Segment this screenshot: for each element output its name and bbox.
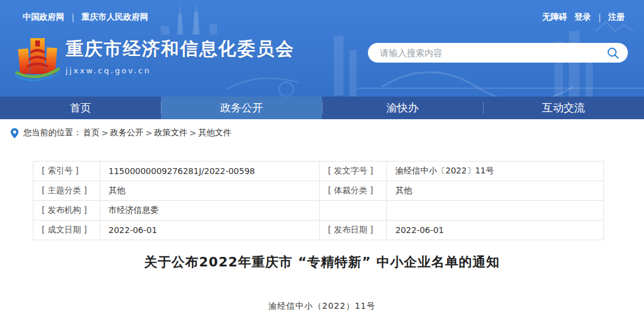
breadcrumb-item-home[interactable]: 首页 <box>83 128 100 138</box>
table-row: [ 成文日期 ] 2022-06-01 [ 发布日期 ] 2022-06-01 <box>33 221 604 240</box>
search-input[interactable] <box>380 48 606 58</box>
document-title: 关于公布2022年重庆市 “专精特新” 中小企业名单的通知 <box>0 253 644 271</box>
info-label-doc-number: [ 发文字号 ] <box>320 162 387 181</box>
info-label-empty <box>320 201 387 221</box>
nav-item-label: 政务公开 <box>220 101 263 115</box>
info-value-genre-category: 其他 <box>387 181 604 201</box>
info-value-issuing-agency: 市经济信息委 <box>100 201 320 221</box>
info-value-doc-number: 渝经信中小〔2022〕11号 <box>387 162 604 181</box>
nav-item-label: 互动交流 <box>542 101 585 115</box>
search-box <box>368 43 628 63</box>
breadcrumb-separator: > <box>145 128 153 138</box>
topbar-user-links: 无障碍 登录 | 注册 <box>542 12 625 23</box>
location-pin-icon <box>11 128 18 138</box>
table-row: [ 主题分类 ] 其他 [ 体裁分类 ] 其他 <box>33 181 604 201</box>
info-label-publish-date: [ 发布日期 ] <box>320 221 387 240</box>
nav-item-home[interactable]: 首页 <box>0 97 161 119</box>
login-link[interactable]: 登录 <box>574 12 591 23</box>
info-label-subject-category: [ 主题分类 ] <box>33 181 100 201</box>
nav-item-label: 首页 <box>70 101 91 115</box>
nav-item-yukuaiban[interactable]: 渝快办 <box>322 97 483 119</box>
breadcrumb-item-other-files[interactable]: 其他文件 <box>198 128 231 138</box>
site-url: jjxxw.cq.gov.cn <box>66 66 295 75</box>
table-row: [ 索引号 ] 11500000009276281J/2022-00598 [ … <box>33 162 604 181</box>
breadcrumb: 您当前的位置： 首页 > 政务公开 > 政策文件 > 其他文件 <box>0 119 644 144</box>
info-label-index-number: [ 索引号 ] <box>33 162 100 181</box>
main-nav: 首页 政务公开 渝快办 互动交流 <box>0 97 644 119</box>
document-info-table: [ 索引号 ] 11500000009276281J/2022-00598 [ … <box>33 161 604 240</box>
topbar-separator: | <box>72 13 75 22</box>
accessibility-link[interactable]: 无障碍 <box>542 12 567 23</box>
page: 中国政府网 | 重庆市人民政府网 无障碍 登录 | 注册 <box>0 0 644 329</box>
site-name[interactable]: 重庆市经济和信息化委员会 <box>66 37 295 61</box>
breadcrumb-item-gov-disclosure[interactable]: 政务公开 <box>110 128 144 138</box>
info-value-empty <box>387 201 604 221</box>
search-icon[interactable] <box>606 46 620 60</box>
breadcrumb-item-policy-files[interactable]: 政策文件 <box>154 128 187 138</box>
topbar-separator: | <box>598 13 601 22</box>
nav-item-gov-disclosure[interactable]: 政务公开 <box>161 97 322 119</box>
breadcrumb-separator: > <box>189 128 196 138</box>
breadcrumb-label: 您当前的位置： <box>23 128 82 138</box>
breadcrumb-separator: > <box>101 128 109 138</box>
info-value-subject-category: 其他 <box>100 181 320 201</box>
topbar-gov-links: 中国政府网 | 重庆市人民政府网 <box>23 12 148 23</box>
site-brand: 重庆市经济和信息化委员会 jjxxw.cq.gov.cn <box>14 33 295 85</box>
info-value-written-date: 2022-06-01 <box>100 221 320 240</box>
info-label-written-date: [ 成文日期 ] <box>33 221 100 240</box>
site-header: 中国政府网 | 重庆市人民政府网 无障碍 登录 | 注册 <box>0 0 644 97</box>
link-chongqing-gov[interactable]: 重庆市人民政府网 <box>82 12 148 23</box>
nav-item-label: 渝快办 <box>386 101 419 115</box>
table-row: [ 发布机构 ] 市经济信息委 <box>33 201 604 221</box>
nav-item-interaction[interactable]: 互动交流 <box>483 97 644 119</box>
link-china-gov[interactable]: 中国政府网 <box>23 12 64 23</box>
register-link[interactable]: 注册 <box>608 12 625 23</box>
site-text-block: 重庆市经济和信息化委员会 jjxxw.cq.gov.cn <box>66 33 295 75</box>
agency-logo-icon[interactable] <box>14 33 61 85</box>
document-number: 渝经信中小（2022）11号 <box>0 301 644 312</box>
info-value-publish-date: 2022-06-01 <box>387 221 604 240</box>
info-label-genre-category: [ 体裁分类 ] <box>320 181 387 201</box>
info-value-index-number: 11500000009276281J/2022-00598 <box>100 162 320 181</box>
info-label-issuing-agency: [ 发布机构 ] <box>33 201 100 221</box>
